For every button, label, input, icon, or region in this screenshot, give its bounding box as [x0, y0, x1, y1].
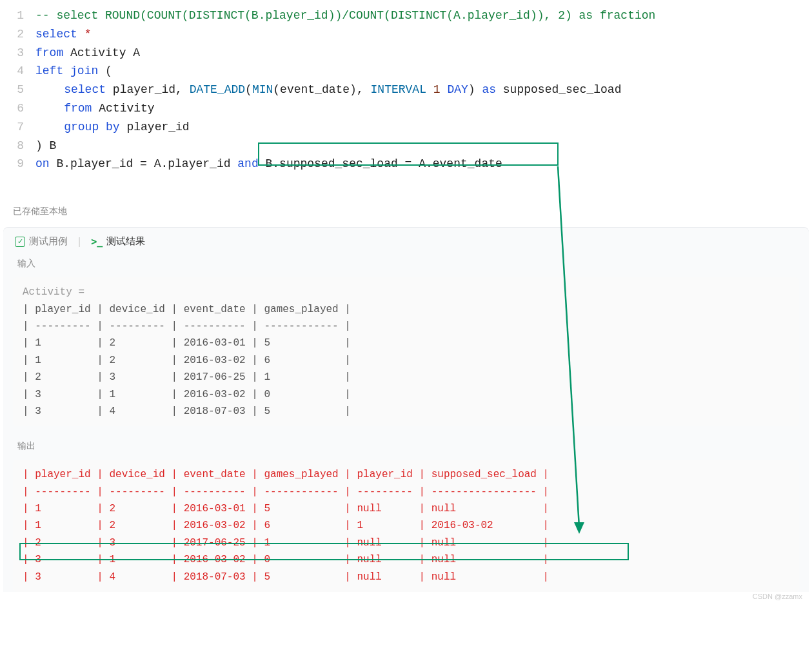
tab-result[interactable]: >_ 测试结果: [91, 235, 145, 248]
tab-testcase[interactable]: ✓ 测试用例: [15, 235, 68, 248]
code-content[interactable]: from Activity A: [35, 44, 140, 63]
tab-label: 测试结果: [106, 235, 145, 248]
terminal-icon: >_: [91, 236, 103, 248]
code-content[interactable]: on B.player_id = A.player_id and B.suppo…: [35, 155, 502, 173]
code-content[interactable]: group by player_id: [35, 118, 190, 137]
output-table: | player_id | device_id | event_date | g…: [13, 460, 799, 592]
panel-tabs: ✓ 测试用例 | >_ 测试结果: [3, 228, 809, 255]
code-line: 4left join (: [0, 62, 812, 81]
tab-label: 测试用例: [29, 235, 68, 248]
input-table: Activity = | player_id | device_id | eve…: [13, 277, 799, 426]
line-number: 5: [0, 81, 35, 99]
output-section-label: 输出: [3, 438, 809, 455]
line-number: 7: [0, 118, 35, 137]
check-icon: ✓: [15, 237, 25, 247]
result-panel: ✓ 测试用例 | >_ 测试结果 输入 Activity = | player_…: [3, 227, 809, 592]
line-number: 1: [0, 6, 35, 25]
watermark: CSDN @zzamx: [753, 593, 802, 600]
line-number: 6: [0, 99, 35, 118]
code-line: 6 from Activity: [0, 99, 812, 118]
code-line: 5 select player_id, DATE_ADD(MIN(event_d…: [0, 81, 812, 99]
code-line: 7 group by player_id: [0, 118, 812, 137]
code-content[interactable]: select *: [35, 25, 91, 44]
code-line: 2select *: [0, 25, 812, 44]
code-line: 8) B: [0, 137, 812, 155]
code-editor[interactable]: 1-- select ROUND(COUNT(DISTINCT(B.player…: [0, 0, 812, 199]
line-number: 4: [0, 62, 35, 81]
line-number: 2: [0, 25, 35, 44]
line-number: 3: [0, 44, 35, 63]
code-content[interactable]: from Activity: [35, 99, 155, 118]
code-line: 1-- select ROUND(COUNT(DISTINCT(B.player…: [0, 6, 812, 25]
save-status: 已存储至本地: [0, 199, 812, 227]
code-content[interactable]: select player_id, DATE_ADD(MIN(event_dat…: [35, 81, 621, 99]
line-number: 9: [0, 155, 35, 173]
activity-label: Activity =: [23, 286, 84, 298]
output-table-content: | player_id | device_id | event_date | g…: [23, 469, 549, 582]
line-number: 8: [0, 137, 35, 155]
code-content[interactable]: left join (: [35, 62, 112, 81]
code-content[interactable]: -- select ROUND(COUNT(DISTINCT(B.player_…: [35, 6, 655, 25]
code-line: 3from Activity A: [0, 44, 812, 63]
input-table-content: | player_id | device_id | event_date | g…: [23, 304, 351, 417]
divider: |: [78, 236, 81, 248]
code-content[interactable]: ) B: [35, 137, 56, 155]
code-line: 9on B.player_id = A.player_id and B.supp…: [0, 155, 812, 173]
input-section-label: 输入: [3, 255, 809, 272]
